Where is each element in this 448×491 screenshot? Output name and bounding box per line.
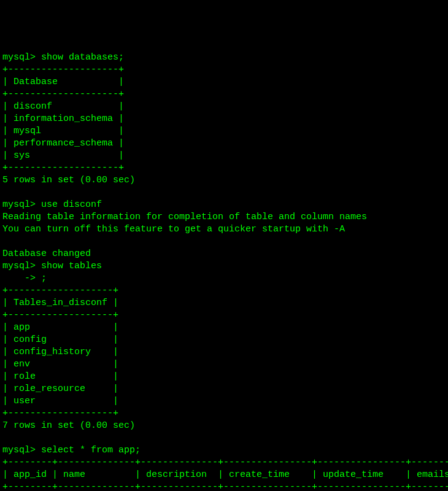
command-show-tables: show tables <box>41 261 102 271</box>
output-line: Reading table information for completion… <box>2 212 367 222</box>
db-row: disconf <box>14 101 52 112</box>
result-footer: 7 rows in set (0.00 sec) <box>2 420 135 431</box>
table-header-row: | app_id | name | description | create_t… <box>2 470 448 480</box>
table-border: +--------+--------------+--------------+… <box>2 482 448 491</box>
table-row: role_resource <box>14 384 85 394</box>
prompt: mysql> <box>2 261 36 271</box>
column-header: Database <box>14 77 58 87</box>
table-row: role <box>14 371 36 382</box>
table-border: +-------------------+ <box>2 310 118 320</box>
table-border: +--------------------+ <box>2 89 124 99</box>
table-row: app <box>14 322 30 333</box>
output-line: You can turn off this feature to get a q… <box>2 224 345 234</box>
command-select-app: select * from app; <box>41 445 141 455</box>
command-show-databases: show databases; <box>41 52 124 63</box>
prompt: mysql> <box>2 199 36 210</box>
table-border: +--------------------+ <box>2 64 124 75</box>
db-row: sys <box>14 150 30 161</box>
table-border: +-------------------+ <box>2 408 118 419</box>
command-use-disconf: use disconf <box>41 199 102 210</box>
table-row: user <box>14 396 36 406</box>
table-row: config <box>14 334 47 345</box>
prompt: mysql> <box>2 445 36 455</box>
table-border: +--------+--------------+--------------+… <box>2 457 448 468</box>
db-row: performance_schema <box>14 138 113 149</box>
column-header: Tables_in_disconf <box>14 298 107 308</box>
result-footer: 5 rows in set (0.00 sec) <box>2 175 135 185</box>
prompt: mysql> <box>2 52 36 63</box>
command-semicolon: ; <box>41 273 47 284</box>
continuation-prompt: -> <box>2 273 36 284</box>
table-row: env <box>14 359 30 369</box>
table-border: +--------------------+ <box>2 163 124 173</box>
terminal-output: mysql> show databases; +----------------… <box>2 52 446 491</box>
table-border: +-------------------+ <box>2 285 118 296</box>
db-row: information_schema <box>14 114 113 124</box>
db-row: mysql <box>14 126 41 136</box>
table-row: config_history <box>14 347 91 357</box>
output-line: Database changed <box>2 249 91 259</box>
